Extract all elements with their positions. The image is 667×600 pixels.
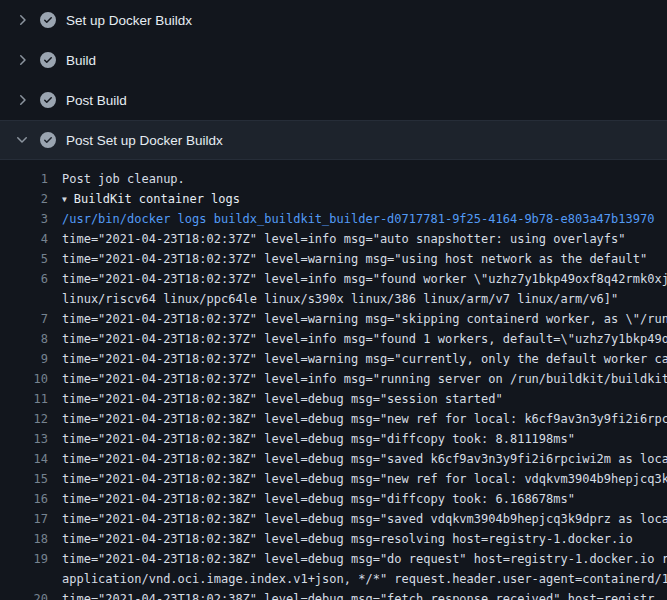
log-line-text: linux/riscv64 linux/ppc64le linux/s390x … — [48, 289, 667, 309]
log-line-text: time="2021-04-23T18:02:38Z" level=debug … — [48, 449, 667, 469]
log-line: 14 time="2021-04-23T18:02:38Z" level=deb… — [0, 449, 667, 469]
step-title: Post Build — [66, 93, 127, 108]
log-line: 4 time="2021-04-23T18:02:37Z" level=info… — [0, 229, 667, 249]
step-title: Post Set up Docker Buildx — [66, 133, 223, 148]
chevron-right-icon — [14, 12, 30, 28]
log-line: 10 time="2021-04-23T18:02:37Z" level=inf… — [0, 369, 667, 389]
log-line-number[interactable]: 18 — [0, 529, 48, 549]
log-line-text: time="2021-04-23T18:02:38Z" level=debug … — [48, 489, 667, 509]
log-line-text: time="2021-04-23T18:02:38Z" level=debug … — [48, 509, 667, 529]
log-line: 5 time="2021-04-23T18:02:37Z" level=warn… — [0, 249, 667, 269]
log-line-text: time="2021-04-23T18:02:38Z" level=debug … — [48, 589, 667, 600]
log-line-text: application/vnd.oci.image.index.v1+json,… — [48, 569, 667, 589]
step-header[interactable]: Post Set up Docker Buildx — [0, 120, 667, 160]
log-line-text: /usr/bin/docker logs buildx_buildkit_bui… — [48, 209, 667, 229]
steps-list: Set up Docker Buildx Build Post Build Po… — [0, 0, 667, 160]
log-line: 1 Post job cleanup. — [0, 169, 667, 189]
log-line: 3 /usr/bin/docker logs buildx_buildkit_b… — [0, 209, 667, 229]
log-line-number[interactable]: 2 — [0, 189, 48, 209]
check-circle-icon — [40, 92, 56, 108]
log-line-number[interactable]: 8 — [0, 329, 48, 349]
log-line: 20 time="2021-04-23T18:02:38Z" level=deb… — [0, 589, 667, 600]
log-line-text: time="2021-04-23T18:02:37Z" level=info m… — [48, 229, 667, 249]
log-line: 17 time="2021-04-23T18:02:38Z" level=deb… — [0, 509, 667, 529]
log-line-text: time="2021-04-23T18:02:37Z" level=warnin… — [48, 309, 667, 329]
log-line-number — [0, 289, 48, 309]
log-line-text: time="2021-04-23T18:02:38Z" level=debug … — [48, 409, 667, 429]
log-group-toggle: 2 ▼BuildKit container logs — [0, 189, 667, 209]
log-line-number[interactable]: 16 — [0, 489, 48, 509]
log-line-text: Post job cleanup. — [48, 169, 667, 189]
log-line-number[interactable]: 5 — [0, 249, 48, 269]
log-line: 19 time="2021-04-23T18:02:38Z" level=deb… — [0, 549, 667, 569]
log-line-text: time="2021-04-23T18:02:38Z" level=debug … — [48, 389, 667, 409]
log-line: 12 time="2021-04-23T18:02:38Z" level=deb… — [0, 409, 667, 429]
log-line-number[interactable]: 9 — [0, 349, 48, 369]
log-line-number[interactable]: 1 — [0, 169, 48, 189]
log-line: 13 time="2021-04-23T18:02:38Z" level=deb… — [0, 429, 667, 449]
step-title: Build — [66, 53, 96, 68]
check-circle-icon — [40, 52, 56, 68]
log-line-number[interactable]: 15 — [0, 469, 48, 489]
actions-log-viewer: Set up Docker Buildx Build Post Build Po… — [0, 0, 667, 600]
log-line-number[interactable]: 17 — [0, 509, 48, 529]
log-line-number[interactable]: 6 — [0, 269, 48, 289]
log-line-text: time="2021-04-23T18:02:37Z" level=info m… — [48, 369, 667, 389]
step-header[interactable]: Post Build — [0, 80, 667, 120]
log-line-number[interactable]: 14 — [0, 449, 48, 469]
check-circle-icon — [40, 132, 56, 148]
log-line: 18 time="2021-04-23T18:02:38Z" level=deb… — [0, 529, 667, 549]
log-line-number — [0, 569, 48, 589]
log-line-text: time="2021-04-23T18:02:38Z" level=debug … — [48, 529, 667, 549]
step-header[interactable]: Set up Docker Buildx — [0, 0, 667, 40]
triangle-down-icon: ▼ — [62, 190, 67, 209]
log-line: linux/riscv64 linux/ppc64le linux/s390x … — [0, 289, 667, 309]
chevron-right-icon — [14, 92, 30, 108]
log-line: 9 time="2021-04-23T18:02:37Z" level=warn… — [0, 349, 667, 369]
log-output: 1 Post job cleanup. 2 ▼BuildKit containe… — [0, 160, 667, 600]
log-line: 6 time="2021-04-23T18:02:37Z" level=info… — [0, 269, 667, 289]
log-line-number[interactable]: 3 — [0, 209, 48, 229]
log-line: 7 time="2021-04-23T18:02:37Z" level=warn… — [0, 309, 667, 329]
log-line-number[interactable]: 13 — [0, 429, 48, 449]
step-header[interactable]: Build — [0, 40, 667, 80]
log-line-number[interactable]: 7 — [0, 309, 48, 329]
chevron-right-icon — [14, 52, 30, 68]
log-line: 8 time="2021-04-23T18:02:37Z" level=info… — [0, 329, 667, 349]
log-line-number[interactable]: 19 — [0, 549, 48, 569]
log-line: application/vnd.oci.image.index.v1+json,… — [0, 569, 667, 589]
log-line-text: time="2021-04-23T18:02:38Z" level=debug … — [48, 429, 667, 449]
log-line: 15 time="2021-04-23T18:02:38Z" level=deb… — [0, 469, 667, 489]
log-line-text: time="2021-04-23T18:02:38Z" level=debug … — [48, 549, 667, 569]
log-line-number[interactable]: 11 — [0, 389, 48, 409]
log-line: 16 time="2021-04-23T18:02:38Z" level=deb… — [0, 489, 667, 509]
chevron-down-icon — [14, 132, 30, 148]
log-line-number[interactable]: 20 — [0, 589, 48, 600]
step-title: Set up Docker Buildx — [66, 13, 192, 28]
log-line-number[interactable]: 12 — [0, 409, 48, 429]
log-line-text[interactable]: ▼BuildKit container logs — [48, 189, 667, 209]
log-line-text: time="2021-04-23T18:02:37Z" level=warnin… — [48, 249, 667, 269]
log-line-text: time="2021-04-23T18:02:38Z" level=debug … — [48, 469, 667, 489]
log-line-text: time="2021-04-23T18:02:37Z" level=warnin… — [48, 349, 667, 369]
log-line-number[interactable]: 4 — [0, 229, 48, 249]
log-line-text: time="2021-04-23T18:02:37Z" level=info m… — [48, 269, 667, 289]
group-title: BuildKit container logs — [74, 192, 240, 206]
log-line-text: time="2021-04-23T18:02:37Z" level=info m… — [48, 329, 667, 349]
check-circle-icon — [40, 12, 56, 28]
log-line-number[interactable]: 10 — [0, 369, 48, 389]
log-line: 11 time="2021-04-23T18:02:38Z" level=deb… — [0, 389, 667, 409]
